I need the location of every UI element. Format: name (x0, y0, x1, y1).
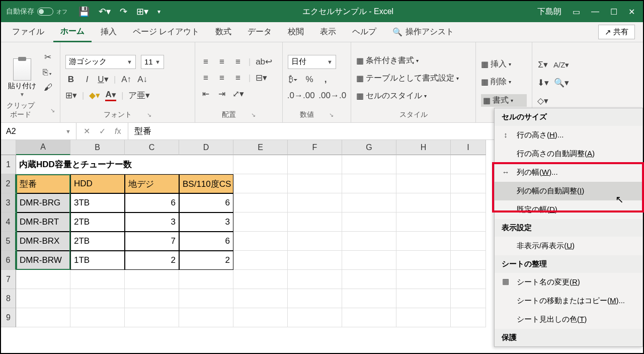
cell[interactable] (451, 155, 486, 174)
cell[interactable] (451, 289, 486, 308)
font-color-button[interactable]: A▾ (105, 90, 116, 101)
cell[interactable] (233, 174, 288, 193)
tab-file[interactable]: ファイル (5, 23, 51, 41)
col-header-C[interactable]: C (125, 140, 179, 155)
comma-button[interactable]: , (320, 74, 331, 85)
cell[interactable] (233, 193, 288, 213)
cell[interactable] (396, 193, 451, 213)
cell-B5[interactable]: 2TB (70, 232, 125, 251)
cell-A2[interactable]: 型番 (16, 174, 70, 193)
increase-decimal-icon[interactable]: .0→.00 (288, 90, 314, 101)
cell-B3[interactable]: 3TB (70, 193, 125, 213)
paste-button[interactable]: 貼り付け ▼ (6, 45, 38, 99)
tab-review[interactable]: 校閲 (281, 23, 311, 41)
tab-help[interactable]: ヘルプ (345, 23, 383, 41)
row-header-9[interactable]: 9 (1, 308, 16, 327)
cell-A3[interactable]: DMR-BRG (16, 193, 70, 213)
autosum-button[interactable]: Σ▾ (537, 59, 548, 70)
cell[interactable] (396, 155, 451, 174)
cell[interactable] (288, 213, 342, 232)
maximize-icon[interactable]: ☐ (610, 7, 617, 17)
col-header-G[interactable]: G (342, 140, 396, 155)
cell[interactable] (16, 270, 70, 289)
cell-A6[interactable]: DMR-BRW (16, 251, 70, 270)
cell[interactable] (233, 213, 288, 232)
col-header-H[interactable]: H (396, 140, 451, 155)
copy-icon[interactable]: ⎘▾ (42, 67, 53, 78)
cell[interactable] (451, 251, 486, 270)
row-header-1[interactable]: 1 (1, 155, 16, 174)
sort-filter-button[interactable]: A/Z▾ (553, 59, 569, 70)
cell[interactable] (451, 193, 486, 213)
user-name[interactable]: 下島朗 (537, 7, 561, 17)
menu-column-width[interactable]: ↔列の幅(W)... (495, 163, 642, 182)
cell[interactable] (342, 289, 396, 308)
align-right-icon[interactable]: ≡ (232, 73, 244, 84)
cell[interactable] (342, 193, 396, 213)
col-header-E[interactable]: E (233, 140, 288, 155)
cell[interactable] (16, 289, 70, 308)
cell-D3[interactable]: 6 (179, 193, 233, 213)
name-box[interactable]: A2▼ (1, 123, 76, 139)
cell-C6[interactable]: 2 (125, 251, 179, 270)
enter-formula-icon[interactable]: ✓ (99, 126, 106, 136)
cell[interactable] (342, 213, 396, 232)
col-header-I[interactable]: I (451, 140, 486, 155)
insert-cells-button[interactable]: ▦挿入▾ (481, 59, 527, 69)
cell[interactable] (125, 270, 179, 289)
cell[interactable] (16, 308, 70, 327)
cell-C3[interactable]: 6 (125, 193, 179, 213)
find-select-button[interactable]: 🔍▾ (554, 78, 569, 89)
cell[interactable] (396, 174, 451, 193)
row-header-4[interactable]: 4 (1, 213, 16, 232)
cell[interactable] (179, 308, 233, 327)
cell[interactable] (233, 232, 288, 251)
cell[interactable] (288, 270, 342, 289)
cell[interactable] (233, 270, 288, 289)
cell[interactable] (451, 213, 486, 232)
autosave-toggle[interactable]: 自動保存 オフ (1, 7, 72, 16)
cell[interactable] (396, 289, 451, 308)
cell[interactable] (451, 174, 486, 193)
cell-A5[interactable]: DMR-BRX (16, 232, 70, 251)
col-header-B[interactable]: B (70, 140, 125, 155)
tab-insert[interactable]: 挿入 (94, 23, 124, 41)
save-icon[interactable]: 💾 (78, 6, 90, 17)
phonetic-button[interactable]: ア亜▾ (128, 90, 150, 101)
cell[interactable] (288, 155, 342, 174)
tab-page-layout[interactable]: ページ レイアウト (126, 23, 206, 41)
cell[interactable] (125, 308, 179, 327)
cell-A1[interactable]: 内蔵HDD容量とチューナー数 (16, 155, 233, 174)
align-middle-icon[interactable]: ≡ (216, 56, 227, 67)
undo-icon[interactable]: ↶▾ (99, 6, 111, 17)
underline-button[interactable]: U▾ (98, 74, 109, 85)
font-name-combo[interactable]: 游ゴシック▼ (65, 55, 136, 69)
format-as-table-button[interactable]: ▦テーブルとして書式設定▾ (356, 73, 470, 84)
cell-styles-button[interactable]: ▦セルのスタイル▾ (356, 91, 470, 101)
menu-tab-color[interactable]: シート見出しの色(T) (495, 310, 642, 329)
cell[interactable] (396, 232, 451, 251)
cell[interactable] (342, 251, 396, 270)
cell[interactable] (70, 289, 125, 308)
cell[interactable] (396, 251, 451, 270)
cell[interactable] (179, 289, 233, 308)
cell[interactable] (451, 232, 486, 251)
menu-hide-unhide[interactable]: 非表示/再表示(U) (495, 237, 642, 255)
customize-qat-icon[interactable]: ▾ (157, 8, 160, 15)
format-painter-icon[interactable]: 🖌 (42, 82, 53, 93)
align-bottom-icon[interactable]: ≡ (232, 56, 244, 67)
tab-view[interactable]: 表示 (313, 23, 343, 41)
cell[interactable] (233, 251, 288, 270)
cell[interactable] (288, 308, 342, 327)
cell[interactable] (342, 232, 396, 251)
wrap-text-button[interactable]: ab↩ (256, 56, 272, 67)
cell-B2[interactable]: HDD (70, 174, 125, 193)
cell[interactable] (342, 155, 396, 174)
select-all-corner[interactable] (1, 140, 16, 155)
fx-icon[interactable]: fx (115, 127, 121, 136)
row-header-6[interactable]: 6 (1, 251, 16, 270)
align-left-icon[interactable]: ≡ (200, 73, 211, 84)
format-cells-button[interactable]: ▦書式▾ (481, 94, 527, 107)
row-header-7[interactable]: 7 (1, 270, 16, 289)
cell-C2[interactable]: 地デジ (125, 174, 179, 193)
